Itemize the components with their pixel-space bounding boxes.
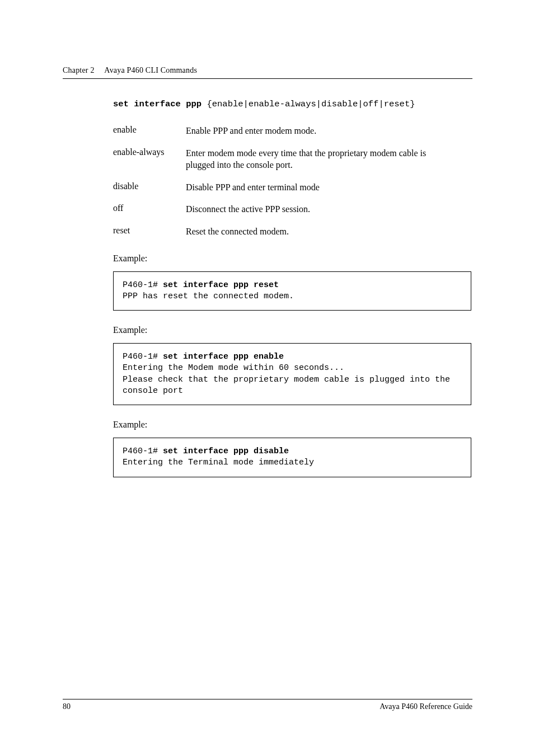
param-name: disable [113, 181, 186, 191]
param-row: enable-always Enter modem mode every tim… [113, 147, 472, 171]
code-output: Entering the Modem mode within 60 second… [123, 363, 344, 373]
parameters-table: enable Enable PPP and enter modem mode. … [113, 125, 472, 238]
header-rule [63, 78, 472, 79]
example-label: Example: [113, 325, 472, 335]
footer-rule [63, 699, 472, 699]
param-row: enable Enable PPP and enter modem mode. [113, 125, 472, 137]
param-name: reset [113, 226, 186, 236]
code-prompt: P460-1# [123, 280, 163, 290]
param-name: enable [113, 125, 186, 135]
syntax-command: set interface ppp [113, 99, 202, 109]
param-row: disable Disable PPP and enter terminal m… [113, 181, 472, 194]
code-command: set interface ppp enable [163, 352, 284, 361]
doc-title: Avaya P460 Reference Guide [380, 702, 472, 711]
code-command: set interface ppp disable [163, 447, 289, 456]
param-desc: Enter modem mode every time that the pro… [186, 147, 432, 171]
param-desc: Reset the connected modem. [186, 226, 289, 238]
example-label: Example: [113, 253, 472, 264]
code-command: set interface ppp reset [163, 280, 279, 290]
param-desc: Disconnect the active PPP session. [186, 203, 310, 215]
code-output: Entering the Terminal mode immediately [123, 458, 314, 467]
page-number: 80 [63, 702, 71, 711]
example-label: Example: [113, 420, 472, 430]
chapter-title: Avaya P460 CLI Commands [104, 66, 197, 74]
page-footer: 80 Avaya P460 Reference Guide [63, 699, 472, 711]
code-output: PPP has reset the connected modem. [123, 292, 294, 301]
param-desc: Enable PPP and enter modem mode. [186, 125, 316, 137]
code-output: Please check that the proprietary modem … [123, 375, 455, 396]
running-head: Chapter 2 Avaya P460 CLI Commands [63, 66, 472, 75]
param-name: off [113, 203, 186, 213]
chapter-label: Chapter 2 [63, 66, 95, 74]
code-prompt: P460-1# [123, 447, 163, 456]
code-prompt: P460-1# [123, 352, 163, 361]
param-row: off Disconnect the active PPP session. [113, 203, 472, 215]
code-block: P460-1# set interface ppp enable Enterin… [113, 343, 471, 405]
code-block: P460-1# set interface ppp reset PPP has … [113, 271, 471, 311]
syntax-args: {enable|enable-always|disable|off|reset} [202, 99, 415, 109]
param-desc: Disable PPP and enter terminal mode [186, 181, 320, 194]
param-row: reset Reset the connected modem. [113, 226, 472, 238]
code-block: P460-1# set interface ppp disable Enteri… [113, 438, 471, 477]
param-name: enable-always [113, 147, 186, 157]
syntax-line: set interface ppp {enable|enable-always|… [113, 99, 472, 109]
